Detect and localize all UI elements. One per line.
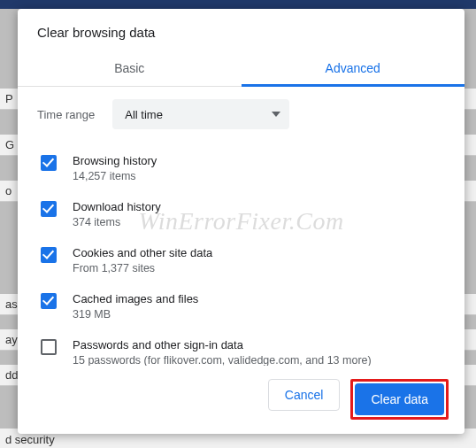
option-title: Browsing history (73, 154, 157, 167)
option-browsing-history: Browsing history 14,257 items (37, 145, 450, 191)
window-titlebar-strip (0, 0, 476, 9)
tab-advanced[interactable]: Advanced (242, 52, 465, 86)
checkbox-browsing-history[interactable] (41, 155, 57, 171)
checkbox-passwords[interactable] (41, 339, 57, 355)
checkbox-cached-images[interactable] (41, 293, 57, 309)
option-subtitle: 374 items (73, 216, 161, 228)
option-cached-images: Cached images and files 319 MB (37, 283, 450, 329)
option-passwords: Passwords and other sign-in data 15 pass… (37, 329, 450, 366)
chevron-down-icon (272, 112, 280, 117)
dialog-title: Clear browsing data (18, 9, 464, 52)
option-title: Cookies and other site data (73, 246, 212, 259)
options-scroll-area[interactable]: Time range All time Browsing history 14,… (18, 87, 464, 366)
time-range-row: Time range All time (37, 99, 450, 129)
option-subtitle: 319 MB (73, 308, 198, 321)
option-subtitle: From 1,377 sites (73, 262, 212, 274)
checkbox-download-history[interactable] (41, 201, 57, 217)
clear-data-highlight: Clear data (350, 379, 449, 420)
option-title: Cached images and files (73, 292, 198, 305)
tab-basic[interactable]: Basic (18, 52, 242, 86)
cancel-button[interactable]: Cancel (268, 379, 341, 411)
clear-data-button[interactable]: Clear data (355, 383, 444, 415)
option-title: Download history (73, 200, 161, 213)
dialog-tabs: Basic Advanced (18, 52, 464, 87)
dialog-footer: Cancel Clear data (18, 366, 464, 434)
time-range-value: All time (125, 108, 163, 121)
option-cookies: Cookies and other site data From 1,377 s… (37, 237, 450, 283)
time-range-label: Time range (37, 108, 95, 121)
clear-browsing-data-dialog: Clear browsing data Basic Advanced Time … (18, 9, 464, 434)
time-range-select[interactable]: All time (112, 99, 289, 129)
option-subtitle: 14,257 items (73, 170, 157, 182)
option-title: Passwords and other sign-in data (73, 338, 372, 351)
option-download-history: Download history 374 items (37, 191, 450, 237)
checkbox-cookies[interactable] (41, 247, 57, 263)
option-subtitle: 15 passwords (for flikover.com, validedg… (73, 354, 372, 366)
